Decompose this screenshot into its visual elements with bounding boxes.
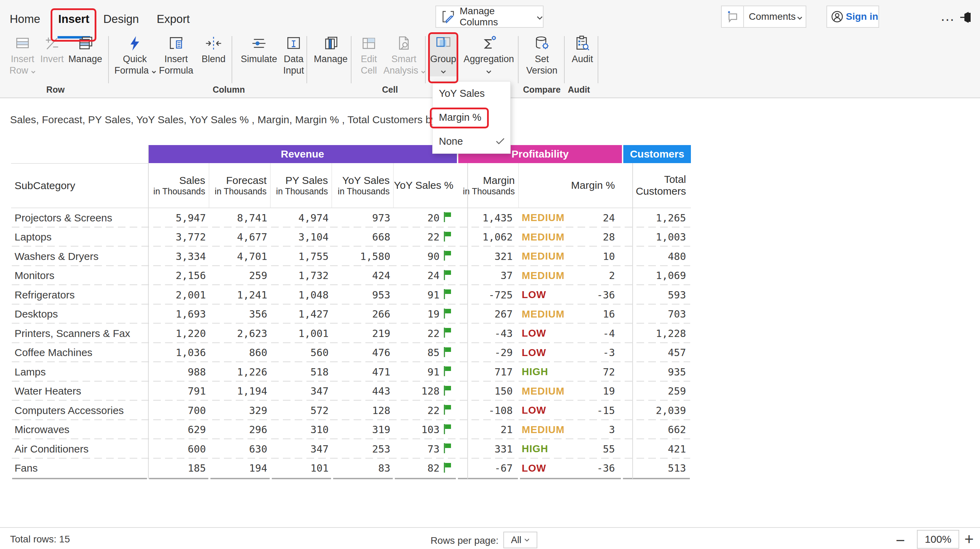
comments-button[interactable]: Comments [721,6,806,28]
menu-item-yoy-sales[interactable]: YoY Sales [433,81,510,105]
rows-per-page-select[interactable]: All [503,531,537,548]
margin-value: 267 [457,308,519,320]
column-header-yoy-sales-pct[interactable]: YoY Sales % [394,163,457,207]
comments-label: Comments [749,11,795,22]
column-header-margin-pct[interactable]: Margin % [519,163,622,207]
aggregation-button[interactable]: Aggregation [461,34,517,77]
margin-pct-cell: LOW-4 [519,327,622,339]
yoy-sales-pct-cell: 73 [394,443,457,455]
forecast-value: 630 [209,443,271,455]
table-row[interactable]: Microwaves62929631031910321MEDIUM3662 [11,420,691,440]
edit-cell-button[interactable]: EditCell [356,34,381,77]
column-header-forecast[interactable]: Forecastin Thousands [209,163,271,207]
column-header-py-sales[interactable]: PY Salesin Thousands [271,163,332,207]
flag-icon [439,231,451,243]
yoy-sales-value: 424 [332,270,394,281]
margin-pct-value: -36 [597,462,622,474]
yoy-sales-pct-value: 22 [428,231,439,243]
py-sales-value: 347 [271,443,332,455]
table-row[interactable]: Computers Accessories70032957212822-108L… [11,401,691,420]
zoom-level-value[interactable]: 100% [917,530,959,549]
py-sales-value: 560 [271,347,332,359]
margin-level-badge: MEDIUM [519,386,603,397]
forecast-value: 356 [209,308,271,320]
row-label: Coffee Machines [11,347,148,359]
margin-level-badge: HIGH [519,366,603,378]
row-label: Fans [11,462,148,474]
table-row[interactable]: Refrigerators2,0011,2411,04895391-725LOW… [11,285,691,305]
forecast-value: 2,623 [209,327,271,339]
insert-row-button[interactable]: Insert Row [7,34,38,77]
tab-home[interactable]: Home [10,13,40,26]
manage-columns-toolbar-button[interactable]: Manage [312,34,350,65]
table-row[interactable]: Washers & Dryers3,3344,7011,7551,5809032… [11,247,691,266]
insert-formula-button[interactable]: InsertFormula [157,34,196,77]
chevron-down-icon [537,11,543,22]
toolbar-separator [598,36,598,83]
margin-pct-cell: MEDIUM3 [519,424,622,436]
sign-in-label: Sign in [846,11,878,22]
more-options-button[interactable]: … [940,8,956,24]
zoom-out-button[interactable]: − [896,532,905,548]
margin-pct-cell: MEDIUM19 [519,385,622,397]
column-header-yoy-sales[interactable]: YoY Salesin Thousands [332,163,394,207]
audit-button[interactable]: Audit [568,34,596,65]
margin-value: 717 [457,366,519,378]
table-row[interactable]: Water Heaters7911,194347443128150MEDIUM1… [11,382,691,401]
margin-level-badge: MEDIUM [519,251,603,262]
yoy-sales-pct-value: 103 [422,424,439,436]
manage-columns-button[interactable]: Manage Columns [435,6,544,28]
clipboard-search-icon [568,34,596,53]
table-row[interactable]: Coffee Machines1,03686056047685-29LOW-34… [11,343,691,363]
row-label: Monitors [11,270,148,281]
column-header-subcategory[interactable]: SubCategory [11,163,148,207]
margin-value: 1,062 [457,231,519,243]
toolbar-separator [307,36,307,83]
margin-value: 321 [457,251,519,262]
margin-level-badge: LOW [519,347,603,359]
table-row[interactable]: Printers, Scanners & Fax1,2202,6231,0012… [11,324,691,343]
tab-export[interactable]: Export [157,13,189,26]
yoy-sales-pct-cell: 22 [394,231,457,243]
row-label: Projectors & Screens [11,212,148,224]
yoy-sales-pct-cell: 91 [394,366,457,378]
yoy-sales-pct-cell: 24 [394,270,457,282]
table-row[interactable]: Lamps9881,22651847191717HIGH72935 [11,362,691,382]
yoy-sales-value: 973 [332,212,394,224]
simulate-button[interactable]: Simulate [239,34,279,65]
table-row[interactable]: Projectors & Screens5,9478,7414,97497320… [11,208,691,228]
flag-icon [439,347,451,359]
column-header-sales[interactable]: Salesin Thousands [148,163,209,207]
zoom-in-button[interactable]: + [964,531,974,547]
py-sales-value: 1,427 [271,308,332,320]
chevron-down-icon [524,538,530,542]
margin-pct-value: -3 [603,347,622,359]
band-revenue: Revenue [148,145,457,163]
quick-formula-button[interactable]: Quick Formula [115,34,155,77]
table-row[interactable]: Monitors2,1562591,7324242437MEDIUM21,069 [11,266,691,286]
table-row[interactable]: Fans1851941018382-67LOW-36513 [11,459,691,478]
set-version-button[interactable]: SetVersion [523,34,561,77]
margin-value: 1,435 [457,212,519,224]
table-row[interactable]: Laptops3,7724,6773,104668221,062MEDIUM28… [11,228,691,247]
column-header-margin[interactable]: Marginin Thousands [457,163,519,207]
margin-value: 150 [457,385,519,397]
sign-in-button[interactable]: Sign in [826,6,879,28]
margin-level-badge: MEDIUM [519,270,609,281]
margin-level-badge: LOW [519,463,597,474]
sales-value: 2,001 [148,289,209,301]
table-vertical-separator [632,163,633,479]
table-row[interactable]: Air Conditioners60063034725373331HIGH554… [11,439,691,459]
smart-analysis-button[interactable]: Smart Analysis [383,34,424,77]
sales-value: 3,772 [148,231,209,243]
py-sales-value: 518 [271,366,332,378]
group-caption-audit: Audit [558,85,600,95]
data-input-button[interactable]: DataInput [282,34,306,77]
pin-icon[interactable] [959,10,975,26]
tab-design[interactable]: Design [103,13,139,26]
table-row[interactable]: Desktops1,6933561,42726619267MEDIUM16703 [11,305,691,324]
column-group-bands: Revenue Profitability Customers [11,145,691,163]
blend-button[interactable]: Blend [200,34,228,65]
chevron-down-icon [151,65,156,76]
menu-item-none[interactable]: None [433,129,510,153]
